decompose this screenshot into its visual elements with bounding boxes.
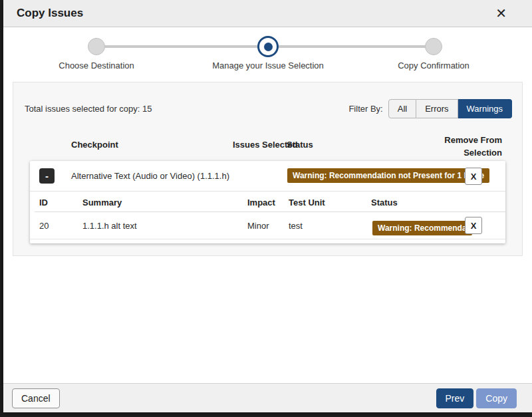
- issue-row: 20 1.1.1.h alt text Minor test Warning: …: [30, 212, 505, 239]
- filter-by-group: Filter By: All Errors Warnings: [348, 99, 512, 118]
- cancel-button[interactable]: Cancel: [12, 388, 60, 408]
- checkpoint-group-row: - Alternative Text (Audio or Video) (1.1…: [30, 161, 505, 191]
- issues-sub-table: ID Summary Impact Test Unit Status 20 1.…: [30, 191, 505, 243]
- checkpoint-name: Alternative Text (Audio or Video) (1.1.1…: [71, 171, 229, 181]
- panel-toolbar: Total issues selected for copy: 15 Filte…: [13, 82, 522, 118]
- total-issues-text: Total issues selected for copy: 15: [25, 104, 152, 114]
- card-bottom-padding: [30, 239, 505, 243]
- column-header-remove-from-selection: Remove From Selection: [439, 134, 502, 160]
- issue-summary: 1.1.1.h alt text: [82, 221, 137, 231]
- dialog-footer: Cancel Prev Copy: [3, 383, 532, 412]
- column-header-issue-status: Status: [371, 198, 398, 208]
- step-label-choose-destination: Choose Destination: [20, 61, 173, 70]
- copy-button[interactable]: Copy: [476, 388, 517, 408]
- column-header-summary: Summary: [82, 198, 122, 208]
- filter-by-label: Filter By:: [348, 104, 382, 114]
- copy-issues-dialog: Copy Issues ✕ Choose Destination Manage …: [3, 0, 532, 412]
- dialog-title: Copy Issues: [17, 7, 83, 20]
- checkpoint-table-header: Checkpoint Issues Selected Status Remove…: [13, 134, 522, 161]
- total-issues-value: 15: [142, 104, 152, 114]
- column-header-impact: Impact: [247, 198, 275, 208]
- collapse-group-button[interactable]: -: [39, 168, 55, 184]
- step-label-manage-selection: Manage your Issue Selection: [192, 61, 344, 70]
- column-header-status: Status: [287, 140, 313, 150]
- footer-action-buttons: Prev Copy: [436, 388, 517, 408]
- group-warning-status-badge: Warning: Recommendation not Present for …: [287, 168, 489, 183]
- active-step-dot-icon: [264, 43, 273, 51]
- filter-all-button[interactable]: All: [388, 99, 416, 118]
- remove-issue-button[interactable]: X: [465, 217, 482, 234]
- column-header-test-unit: Test Unit: [289, 198, 325, 208]
- step-circle-manage-selection-active: [257, 36, 279, 57]
- close-icon[interactable]: ✕: [491, 5, 511, 21]
- wizard-stepper: Choose Destination Manage your Issue Sel…: [3, 27, 532, 82]
- step-circle-copy-confirmation: [425, 38, 442, 55]
- total-issues-label: Total issues selected for copy:: [25, 104, 140, 114]
- filter-warnings-button[interactable]: Warnings: [458, 99, 512, 118]
- dialog-header: Copy Issues ✕: [3, 0, 532, 27]
- dialog-body-spacer: [3, 256, 532, 383]
- filter-button-group: All Errors Warnings: [388, 99, 512, 118]
- issue-warning-status-badge: Warning: Recommendati…: [372, 221, 472, 235]
- issue-test-unit: test: [289, 221, 303, 231]
- filter-errors-button[interactable]: Errors: [416, 99, 458, 118]
- issue-selection-panel: Total issues selected for copy: 15 Filte…: [13, 82, 523, 256]
- checkpoint-group-card: - Alternative Text (Audio or Video) (1.1…: [30, 161, 505, 243]
- issue-id: 20: [39, 221, 49, 231]
- issue-impact: Minor: [247, 221, 269, 231]
- column-header-id: ID: [39, 198, 48, 208]
- column-header-checkpoint: Checkpoint: [71, 140, 118, 150]
- issues-table-header: ID Summary Impact Test Unit Status: [30, 192, 505, 211]
- step-circle-choose-destination: [88, 38, 105, 55]
- remove-group-button[interactable]: X: [465, 168, 482, 185]
- step-label-copy-confirmation: Copy Confirmation: [357, 61, 510, 70]
- prev-button[interactable]: Prev: [436, 388, 474, 408]
